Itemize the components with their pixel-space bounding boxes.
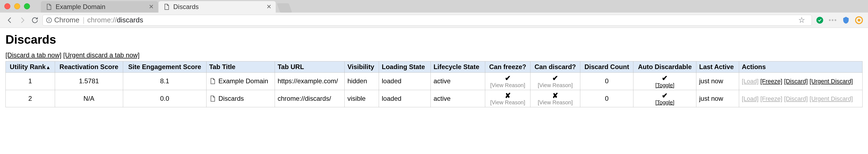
discard-tab-now-link[interactable]: [Discard a tab now] bbox=[5, 51, 61, 59]
col-actions[interactable]: Actions bbox=[739, 61, 862, 73]
bookmark-star-icon[interactable]: ☆ bbox=[798, 16, 805, 25]
cell-lifecycle: active bbox=[431, 90, 485, 107]
action-load: [Load] bbox=[742, 95, 758, 102]
page-icon bbox=[209, 95, 216, 102]
cell-rank: 1 bbox=[6, 73, 55, 90]
toggle-link[interactable]: [Toggle] bbox=[655, 82, 674, 88]
sort-asc-icon: ▲ bbox=[46, 65, 51, 70]
page-icon bbox=[45, 3, 52, 10]
action-load: [Load] bbox=[742, 78, 758, 85]
tab-title: Example Domain bbox=[56, 3, 105, 11]
col-reactivation-score[interactable]: Reactivation Score bbox=[55, 61, 123, 73]
cell-title: Example Domain bbox=[206, 73, 275, 90]
cell-loading: loaded bbox=[379, 73, 431, 90]
col-last-active[interactable]: Last Active bbox=[696, 61, 739, 73]
cell-discard-count: 0 bbox=[580, 73, 633, 90]
cell-url: https://example.com/ bbox=[275, 73, 344, 90]
site-info-icon[interactable]: Chrome bbox=[46, 16, 79, 24]
col-can-discard[interactable]: Can discard? bbox=[530, 61, 580, 73]
cell-can-freeze: ✘[View Reason] bbox=[485, 90, 530, 107]
window-controls bbox=[4, 3, 30, 9]
address-bar[interactable]: Chrome | chrome://discards ☆ bbox=[42, 15, 812, 26]
chrome-label: Chrome bbox=[54, 16, 79, 24]
tabs-row: Example Domain ✕ Discards ✕ bbox=[41, 0, 290, 12]
action-discard: [Discard] bbox=[784, 95, 808, 102]
cell-title: Discards bbox=[206, 90, 275, 107]
col-utility-rank[interactable]: Utility Rank▲ bbox=[6, 61, 55, 73]
top-action-links: [Discard a tab now] [Urgent discard a ta… bbox=[5, 51, 863, 59]
tab-discards[interactable]: Discards ✕ bbox=[159, 1, 276, 12]
col-tab-title[interactable]: Tab Title bbox=[206, 61, 275, 73]
view-reason-link[interactable]: [View Reason] bbox=[490, 82, 525, 88]
extension-icon-4[interactable] bbox=[855, 16, 863, 24]
cell-auto-discardable: ✔[Toggle] bbox=[633, 90, 696, 107]
url-path: discards bbox=[117, 16, 143, 24]
extension-icons: ••• bbox=[816, 16, 863, 24]
reload-button[interactable] bbox=[30, 15, 40, 25]
cell-actions: [Load] [Freeze] [Discard] [Urgent Discar… bbox=[739, 73, 862, 90]
cell-lifecycle: active bbox=[431, 73, 485, 90]
cell-loading: loaded bbox=[379, 90, 431, 107]
tab-example-domain[interactable]: Example Domain ✕ bbox=[41, 1, 158, 12]
close-tab-icon[interactable]: ✕ bbox=[267, 3, 271, 10]
table-row: 11.57818.1Example Domainhttps://example.… bbox=[6, 73, 863, 90]
tab-strip: Example Domain ✕ Discards ✕ bbox=[0, 0, 868, 12]
svg-point-3 bbox=[816, 17, 823, 24]
cell-auto-discardable: ✔[Toggle] bbox=[633, 73, 696, 90]
cell-actions: [Load] [Freeze] [Discard] [Urgent Discar… bbox=[739, 90, 862, 107]
action-urgent-discard: [Urgent Discard] bbox=[810, 95, 853, 102]
extension-icon-1[interactable] bbox=[816, 16, 824, 24]
col-discard-count[interactable]: Discard Count bbox=[580, 61, 633, 73]
toolbar: Chrome | chrome://discards ☆ ••• bbox=[0, 12, 868, 28]
col-site-engagement[interactable]: Site Engagement Score bbox=[123, 61, 207, 73]
cell-reactivation: 1.5781 bbox=[55, 73, 123, 90]
col-tab-url[interactable]: Tab URL bbox=[275, 61, 344, 73]
action-freeze: [Freeze] bbox=[761, 95, 782, 102]
page-icon bbox=[209, 78, 216, 84]
action-discard[interactable]: [Discard] bbox=[784, 78, 808, 85]
page-icon bbox=[163, 3, 170, 10]
new-tab-button[interactable] bbox=[277, 3, 292, 12]
col-auto-discardable[interactable]: Auto Discardable bbox=[633, 61, 696, 73]
page-heading: Discards bbox=[5, 33, 863, 46]
discards-table: Utility Rank▲ Reactivation Score Site En… bbox=[5, 61, 863, 107]
url-scheme: chrome:// bbox=[87, 16, 117, 24]
cell-visibility: visible bbox=[345, 90, 379, 107]
cell-can-discard: ✘[View Reason] bbox=[530, 90, 580, 107]
action-freeze[interactable]: [Freeze] bbox=[761, 78, 782, 85]
tab-title: Discards bbox=[173, 3, 198, 11]
svg-point-5 bbox=[858, 19, 860, 22]
cell-discard-count: 0 bbox=[580, 90, 633, 107]
page-content: Discards [Discard a tab now] [Urgent dis… bbox=[0, 28, 868, 112]
cell-engagement: 0.0 bbox=[123, 90, 207, 107]
cell-engagement: 8.1 bbox=[123, 73, 207, 90]
close-window-button[interactable] bbox=[4, 3, 10, 9]
back-button[interactable] bbox=[5, 15, 15, 25]
extension-icon-3[interactable] bbox=[842, 16, 850, 24]
table-row: 2N/A0.0Discardschrome://discards/visible… bbox=[6, 90, 863, 107]
close-tab-icon[interactable]: ✕ bbox=[149, 3, 154, 10]
col-loading-state[interactable]: Loading State bbox=[379, 61, 431, 73]
action-urgent-discard[interactable]: [Urgent Discard] bbox=[810, 78, 853, 85]
cell-url: chrome://discards/ bbox=[275, 90, 344, 107]
toggle-link[interactable]: [Toggle] bbox=[655, 99, 674, 105]
extension-icon-2[interactable]: ••• bbox=[829, 16, 837, 24]
cell-can-discard: ✔[View Reason] bbox=[530, 73, 580, 90]
col-can-freeze[interactable]: Can freeze? bbox=[485, 61, 530, 73]
maximize-window-button[interactable] bbox=[24, 3, 30, 9]
urgent-discard-tab-now-link[interactable]: [Urgent discard a tab now] bbox=[63, 51, 140, 59]
svg-rect-2 bbox=[49, 20, 49, 22]
cell-visibility: hidden bbox=[345, 73, 379, 90]
col-visibility[interactable]: Visibility bbox=[345, 61, 379, 73]
forward-button[interactable] bbox=[18, 15, 27, 25]
col-lifecycle-state[interactable]: Lifecycle State bbox=[431, 61, 485, 73]
cell-rank: 2 bbox=[6, 90, 55, 107]
cell-reactivation: N/A bbox=[55, 90, 123, 107]
cell-can-freeze: ✔[View Reason] bbox=[485, 73, 530, 90]
view-reason-link[interactable]: [View Reason] bbox=[490, 99, 525, 105]
minimize-window-button[interactable] bbox=[14, 3, 20, 9]
cell-last-active: just now bbox=[696, 90, 739, 107]
table-header-row: Utility Rank▲ Reactivation Score Site En… bbox=[6, 61, 863, 73]
view-reason-link[interactable]: [View Reason] bbox=[538, 82, 573, 88]
view-reason-link[interactable]: [View Reason] bbox=[538, 99, 573, 105]
